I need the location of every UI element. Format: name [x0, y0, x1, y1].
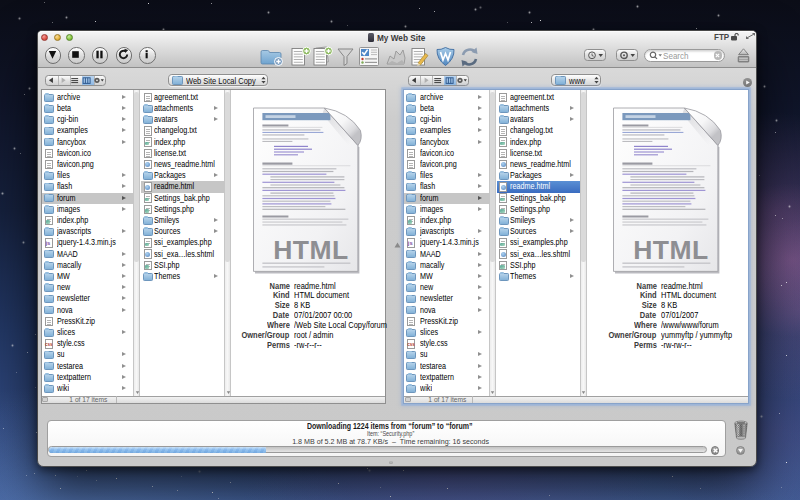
svg-text:HTML: HTML: [633, 234, 709, 264]
svg-text:HTML: HTML: [273, 234, 349, 264]
